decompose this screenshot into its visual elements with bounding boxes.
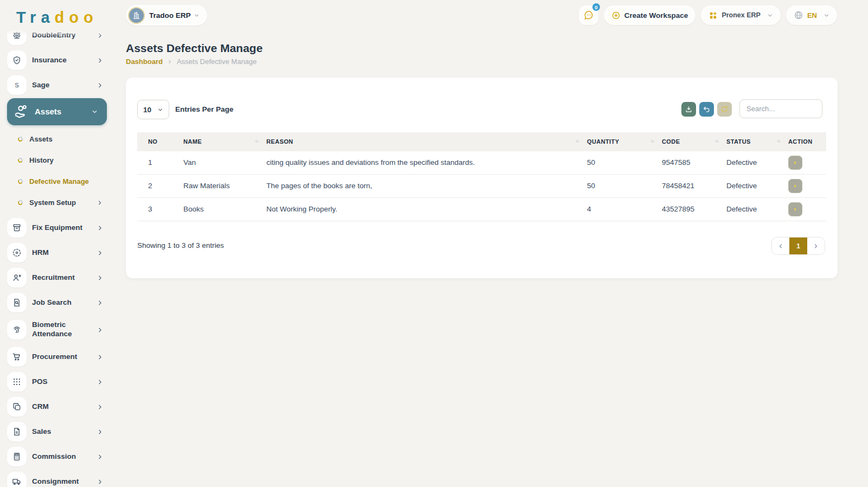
cell-reason: The pages of the books are torn, (266, 174, 587, 197)
entries-per-page-value: 10 (143, 106, 151, 114)
row-action-button[interactable] (788, 202, 802, 216)
sidebar-item-label: Recruitment (32, 273, 97, 283)
previous-page-button[interactable] (772, 237, 789, 255)
page-title: Assets Defective Manage (126, 42, 263, 55)
page-number-active[interactable]: 1 (789, 237, 807, 255)
chevron-right-icon (97, 82, 104, 89)
cell-action (788, 174, 826, 197)
top-bar: Tradoo ERP 0 Create Workspace Pronex ERP… (114, 0, 868, 30)
plus-circle-icon (611, 11, 621, 20)
workspace-chip[interactable]: Tradoo ERP (126, 5, 207, 25)
table-row: 3BooksNot Working Properly.443527895Defe… (137, 197, 826, 221)
sidebar-item-assets[interactable]: Assets (7, 98, 107, 125)
sidebar-item-pos[interactable]: POS (7, 369, 107, 394)
chevron-down-icon (91, 107, 98, 116)
cell-status: Defective (726, 151, 788, 174)
table-header: NONAMEREASONQUANTITYCODESTATUSACTION (137, 132, 826, 151)
chevron-down-icon (194, 12, 200, 18)
person-plus-icon (12, 273, 22, 283)
column-label: NAME (183, 138, 202, 145)
bullet-icon (17, 178, 23, 184)
sort-icon (575, 138, 580, 144)
sidebar-item-biometric-attendance[interactable]: Biometric Attendance (7, 315, 107, 344)
column-header-status[interactable]: STATUS (726, 132, 788, 151)
erp-selector[interactable]: Pronex ERP (701, 5, 781, 25)
breadcrumb-current: Assets Defective Manage (177, 57, 257, 66)
chevron-left-icon (777, 243, 784, 249)
column-label: ACTION (788, 138, 813, 145)
search-input[interactable] (739, 99, 822, 118)
sidebar-item-hrm[interactable]: HRM (7, 240, 107, 265)
create-workspace-button[interactable]: Create Workspace (604, 5, 696, 25)
sidebar-item-label: POS (32, 377, 97, 387)
sidebar-nav: DoubleEntryInsuranceSSageAssetsAssetsHis… (0, 30, 114, 487)
breadcrumb-dashboard-link[interactable]: Dashboard (126, 57, 163, 66)
refresh-button[interactable] (717, 102, 732, 117)
chevron-down-icon (824, 12, 829, 18)
column-header-quantity[interactable]: QUANTITY (587, 132, 662, 151)
column-header-name[interactable]: NAME (183, 132, 266, 151)
undo-button[interactable] (699, 102, 714, 117)
cell-no: 1 (137, 151, 183, 174)
sidebar-item-doubleentry[interactable]: DoubleEntry (7, 30, 107, 48)
row-action-button[interactable] (788, 179, 802, 193)
sidebar-item-insurance[interactable]: Insurance (7, 48, 107, 73)
sidebar-subitem-defective-manage[interactable]: Defective Manage (7, 171, 107, 192)
language-selector[interactable]: EN (786, 5, 837, 25)
column-header-code[interactable]: CODE (662, 132, 726, 151)
defective-manage-card: 10 Entries Per Page NONAMEREASONQUANTITY… (126, 78, 838, 278)
table-body: 1Vanciting quality issues and deviations… (137, 151, 826, 221)
sidebar-item-label: Sales (32, 427, 97, 437)
message-count-badge: 0 (592, 3, 601, 11)
entries-per-page-select[interactable]: 10 (137, 100, 169, 119)
sidebar-subitem-label: Assets (29, 135, 107, 143)
letter-s-icon: S (12, 80, 22, 90)
sidebar-item-job-search[interactable]: Job Search (7, 290, 107, 315)
download-button[interactable] (681, 102, 696, 117)
grid-plus-icon (709, 11, 718, 20)
cell-code: 9547585 (662, 151, 726, 174)
sidebar-subitem-history[interactable]: History (7, 150, 107, 171)
sidebar-item-label: Biometric Attendance (32, 321, 97, 339)
sort-icon (714, 138, 720, 144)
sidebar-item-sage[interactable]: SSage (7, 73, 107, 98)
sidebar-subitem-assets[interactable]: Assets (7, 129, 107, 150)
copy-icon (12, 402, 22, 412)
sidebar-item-sales[interactable]: Sales (7, 419, 107, 444)
column-header-reason[interactable]: REASON (266, 132, 587, 151)
chevron-right-icon (97, 379, 104, 386)
chevron-right-icon (97, 249, 104, 257)
sidebar-item-crm[interactable]: CRM (7, 394, 107, 419)
icon-tile (7, 30, 27, 45)
bullet-icon (17, 136, 23, 142)
next-page-button[interactable] (807, 237, 825, 255)
breadcrumb: Dashboard Assets Defective Manage (126, 57, 257, 66)
chevron-right-icon (97, 57, 104, 64)
cell-status: Defective (726, 174, 788, 197)
showing-entries-text: Showing 1 to 3 of 3 entries (137, 241, 224, 249)
fingerprint-icon (12, 325, 22, 335)
table-toolbar-buttons (681, 102, 732, 117)
cell-quantity: 50 (587, 151, 662, 174)
tradoo-logo: Tradoo (16, 9, 98, 27)
logo-text-teal: Tra (16, 9, 55, 26)
messages-button[interactable]: 0 (579, 5, 598, 25)
cell-action (788, 151, 826, 174)
sidebar-item-consignment[interactable]: Consignment (7, 469, 107, 487)
icon-tile (7, 397, 27, 416)
sidebar-item-procurement[interactable]: Procurement (7, 344, 107, 369)
sidebar-item-label: Insurance (32, 56, 97, 65)
sidebar-item-fix-equipment[interactable]: Fix Equipment (7, 215, 107, 240)
chevron-right-icon (97, 478, 104, 485)
sidebar-item-recruitment[interactable]: Recruitment (7, 265, 107, 290)
column-label: STATUS (726, 138, 751, 145)
svg-text:S: S (15, 82, 19, 88)
sidebar-item-label: Commission (32, 452, 97, 462)
download-icon (685, 105, 693, 113)
sidebar-item-commission[interactable]: Commission (7, 444, 107, 469)
row-action-button[interactable] (788, 156, 802, 170)
sidebar-subitem-system-setup[interactable]: System Setup (7, 192, 107, 213)
sidebar-subitem-label: History (29, 156, 107, 164)
chevron-right-icon (97, 428, 104, 435)
sidebar-item-label: Job Search (32, 298, 97, 307)
